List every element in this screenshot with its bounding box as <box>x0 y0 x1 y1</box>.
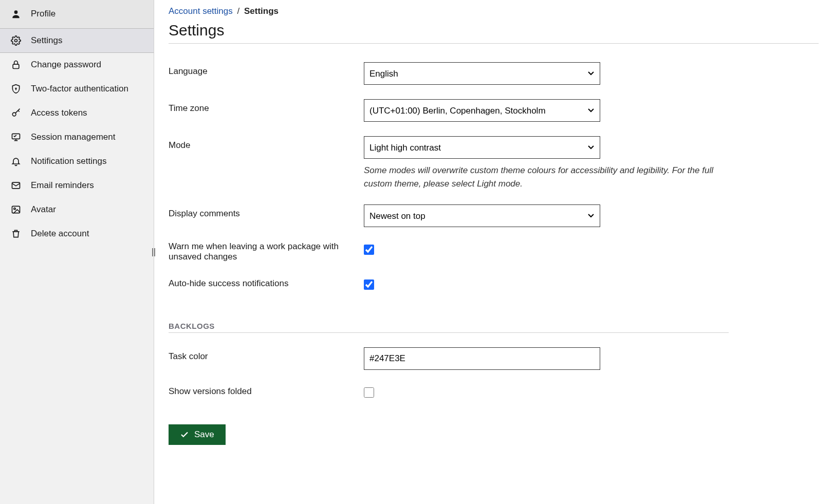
timezone-select[interactable]: (UTC+01:00) Berlin, Copenhagen, Stockhol… <box>364 99 600 122</box>
sidebar-item-label: Settings <box>31 35 62 46</box>
sidebar-item-session-management[interactable]: Session management <box>0 125 154 150</box>
sidebar-item-settings[interactable]: Settings <box>0 28 154 53</box>
display-comments-select[interactable]: Newest on top <box>364 204 600 227</box>
sidebar-item-email-reminders[interactable]: Email reminders <box>0 174 154 198</box>
show-versions-folded-label: Show versions folded <box>169 384 354 397</box>
breadcrumb: Account settings / Settings <box>169 6 819 16</box>
mode-select[interactable]: Light high contrast <box>364 136 600 159</box>
sidebar-item-two-factor[interactable]: Two-factor authentication <box>0 77 154 101</box>
sidebar-item-label: Delete account <box>31 229 89 239</box>
sidebar-item-access-tokens[interactable]: Access tokens <box>0 101 154 125</box>
save-button-label: Save <box>194 430 214 440</box>
auto-hide-label: Auto-hide success notifications <box>169 276 354 289</box>
key-icon <box>10 107 22 119</box>
sidebar-item-label: Email reminders <box>31 180 94 191</box>
mode-label: Mode <box>169 136 354 151</box>
sidebar-item-label: Two-factor authentication <box>31 84 128 94</box>
sidebar-item-label: Change password <box>31 60 101 70</box>
backlogs-section: BACKLOGS <box>169 322 729 333</box>
svg-point-0 <box>14 10 18 14</box>
image-icon <box>10 204 22 215</box>
svg-point-8 <box>14 208 15 210</box>
language-select[interactable]: English <box>364 62 600 85</box>
timezone-label: Time zone <box>169 99 354 114</box>
bell-icon <box>10 156 22 167</box>
sidebar: Profile Settings Change password Two-fac… <box>0 0 154 504</box>
title-divider <box>169 43 819 44</box>
svg-rect-5 <box>12 134 20 139</box>
auto-hide-checkbox[interactable] <box>364 279 374 290</box>
sidebar-item-label: Session management <box>31 132 115 142</box>
sidebar-item-notification-settings[interactable]: Notification settings <box>0 150 154 174</box>
svg-point-1 <box>15 40 17 42</box>
sidebar-resize-handle[interactable] <box>151 245 157 260</box>
shield-icon <box>10 83 22 95</box>
task-color-input[interactable] <box>364 347 600 370</box>
sidebar-item-change-password[interactable]: Change password <box>0 53 154 77</box>
backlogs-heading: BACKLOGS <box>169 322 729 330</box>
svg-point-3 <box>15 88 16 89</box>
breadcrumb-parent-link[interactable]: Account settings <box>169 6 233 16</box>
breadcrumb-separator: / <box>237 6 239 16</box>
language-label: Language <box>169 62 354 77</box>
sidebar-item-profile[interactable]: Profile <box>0 0 154 28</box>
sidebar-item-delete-account[interactable]: Delete account <box>0 222 154 246</box>
task-color-label: Task color <box>169 347 354 362</box>
svg-rect-2 <box>13 64 19 68</box>
monitor-icon <box>10 132 22 143</box>
breadcrumb-current: Settings <box>244 6 279 16</box>
trash-icon <box>10 228 22 239</box>
sidebar-item-label: Notification settings <box>31 156 106 166</box>
display-comments-label: Display comments <box>169 204 354 219</box>
user-icon <box>10 8 22 20</box>
page-title: Settings <box>169 22 819 39</box>
show-versions-folded-checkbox[interactable] <box>364 387 374 398</box>
mail-icon <box>10 180 22 191</box>
warn-unsaved-checkbox[interactable] <box>364 245 374 255</box>
save-button[interactable]: Save <box>169 424 226 445</box>
check-icon <box>180 430 189 439</box>
sidebar-item-label: Avatar <box>31 204 56 215</box>
sidebar-item-label: Profile <box>31 9 55 19</box>
svg-rect-7 <box>12 206 20 213</box>
main-content: Account settings / Settings Settings Lan… <box>154 0 833 504</box>
sidebar-item-avatar[interactable]: Avatar <box>0 198 154 222</box>
gear-icon <box>10 35 22 46</box>
warn-unsaved-label: Warn me when leaving a work package with… <box>169 241 354 262</box>
sidebar-item-label: Access tokens <box>31 108 87 118</box>
lock-icon <box>10 59 22 70</box>
mode-hint: Some modes will overwrite custom theme c… <box>364 164 729 190</box>
